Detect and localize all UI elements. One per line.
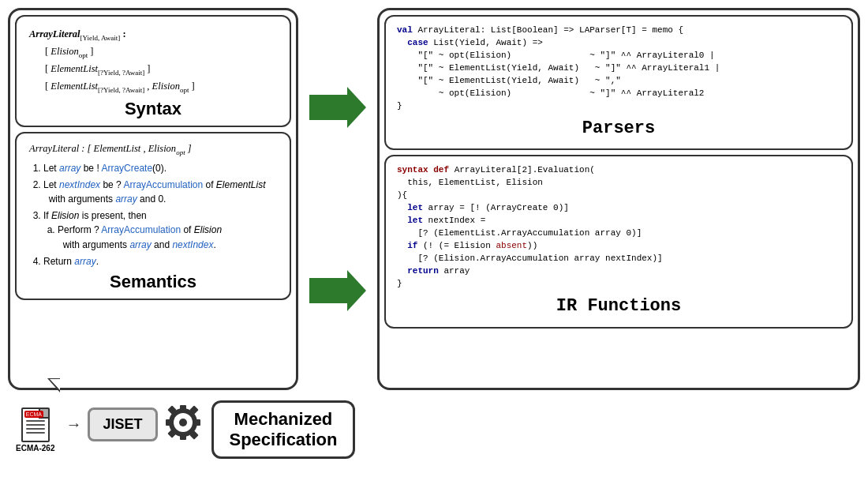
- svg-rect-6: [180, 434, 186, 440]
- bottom-section: ECMA ECMA-262 → JISET: [8, 390, 860, 469]
- semantics-list: Let array be ! ArrayCreate(0). Let nextI…: [29, 161, 277, 269]
- doc-lines: [26, 420, 45, 436]
- ir-title: IR Functions: [397, 294, 840, 319]
- svg-marker-0: [309, 87, 366, 128]
- ecma-doc-icon: ECMA: [21, 408, 50, 442]
- ir-box: syntax def ArrayLiteral[2].Evaluation( t…: [384, 155, 853, 328]
- top-section: ArrayLiteral[Yield, Await] : [ Elisionop…: [8, 8, 860, 390]
- bottom-arrow-svg: [309, 270, 366, 311]
- gear-svg: [163, 402, 204, 443]
- svg-rect-5: [180, 405, 186, 411]
- semantics-title: Semantics: [29, 272, 277, 292]
- semantics-box: ArrayLiteral : [ ElementList , Elisionop…: [15, 132, 291, 301]
- grammar-rule-header: ArrayLiteral[Yield, Await] :: [29, 26, 277, 43]
- doc-line-1: [26, 420, 45, 422]
- sem-item-4: Return array.: [43, 254, 277, 269]
- grammar-rule-3: [ ElementList[?Yield, ?Await] , Elisiono…: [45, 78, 277, 96]
- mech-spec-line1: Mechanized: [234, 409, 333, 429]
- ecma-badge: ECMA: [24, 411, 43, 418]
- syntax-box: ArrayLiteral[Yield, Await] : [ Elisionop…: [15, 15, 291, 127]
- parsers-code: val ArrayLiteral: List[Boolean] => LAPar…: [397, 24, 840, 113]
- parsers-title: Parsers: [397, 116, 840, 141]
- syntax-content: ArrayLiteral[Yield, Await] : [ Elisionop…: [29, 26, 277, 96]
- right-panel-wrapper: val ArrayLiteral: List[Boolean] => LAPar…: [377, 8, 860, 390]
- grammar-rule-1: [ Elisionopt ]: [45, 43, 277, 61]
- sem-item-1: Let array be ! ArrayCreate(0).: [43, 161, 277, 176]
- mech-spec-box: Mechanized Specification: [211, 400, 356, 460]
- sem-item-3a: Perform ? ArrayAccumulation of Elision w…: [58, 223, 277, 252]
- svg-point-4: [179, 419, 187, 426]
- semantics-rule-line: ArrayLiteral : [ ElementList , Elisionop…: [29, 141, 277, 158]
- doc-line-2: [26, 424, 45, 426]
- sem-item-2: Let nextIndex be ? ArrayAccumulation of …: [43, 178, 277, 207]
- arrows-column: [306, 8, 369, 390]
- svg-marker-1: [309, 270, 366, 311]
- left-panel-wrapper: ArrayLiteral[Yield, Await] : [ Elisionop…: [8, 8, 298, 390]
- gear-icon: [163, 402, 204, 446]
- doc-line-4: [26, 432, 45, 434]
- svg-rect-7: [166, 419, 172, 426]
- sem-item-3: If Elision is present, then Perform ? Ar…: [43, 208, 277, 253]
- ir-code: syntax def ArrayLiteral[2].Evaluation( t…: [397, 164, 840, 290]
- right-outer-box: val ArrayLiteral: List[Boolean] => LAPar…: [377, 8, 860, 390]
- left-outer-box: ArrayLiteral[Yield, Await] : [ Elisionop…: [8, 8, 298, 390]
- parsers-box: val ArrayLiteral: List[Boolean] => LAPar…: [384, 15, 853, 150]
- syntax-title: Syntax: [29, 99, 277, 119]
- semantics-content: ArrayLiteral : [ ElementList , Elisionop…: [29, 141, 277, 269]
- ecma-to-jiset-arrow: →: [65, 415, 81, 434]
- ecma-doc: ECMA ECMA-262: [16, 408, 54, 453]
- jiset-box: JISET: [88, 408, 157, 441]
- grammar-rule-2: [ ElementList[?Yield, ?Await] ]: [45, 61, 277, 78]
- mech-spec-line2: Specification: [230, 430, 338, 449]
- bubble-tail-inner: [50, 379, 60, 390]
- svg-rect-8: [194, 419, 200, 426]
- main-container: ArrayLiteral[Yield, Await] : [ Elisionop…: [0, 0, 868, 477]
- doc-line-3: [26, 428, 45, 430]
- ecma-label: ECMA-262: [16, 444, 54, 453]
- top-arrow-svg: [309, 87, 366, 128]
